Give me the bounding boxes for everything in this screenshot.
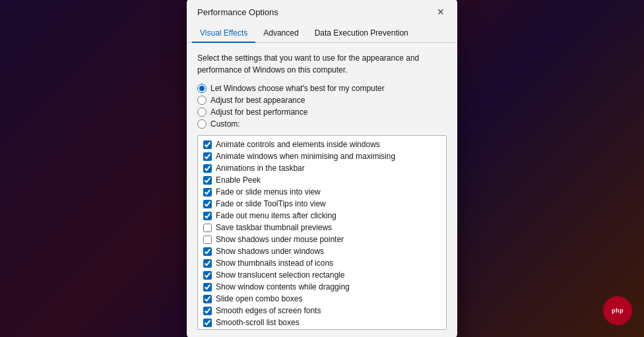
radio-item-windows-choose: Let Windows choose what's best for my co…: [197, 84, 447, 93]
checkbox-list[interactable]: Animate controls and elements inside win…: [197, 135, 447, 330]
radio-best-appearance[interactable]: [197, 96, 207, 105]
checkbox-item-enable-peek: Enable Peek: [198, 174, 446, 186]
radio-label-best-performance[interactable]: Adjust for best performance: [210, 107, 307, 117]
checkbox-item-save-taskbar: Save taskbar thumbnail previews: [198, 222, 446, 233]
checkbox-item-animations-taskbar: Animations in the taskbar: [198, 162, 446, 174]
checkbox-item-animate-controls: Animate controls and elements inside win…: [198, 138, 446, 150]
checkbox-slide-combo[interactable]: [203, 295, 212, 303]
checkbox-label-slide-combo[interactable]: Slide open combo boxes: [216, 294, 302, 303]
checkbox-item-smooth-scroll: Smooth-scroll list boxes: [198, 317, 446, 328]
radio-best-performance[interactable]: [197, 107, 207, 117]
checkbox-animations-taskbar[interactable]: [203, 164, 212, 173]
checkbox-save-taskbar[interactable]: [203, 224, 212, 232]
checkbox-label-fade-menu-items[interactable]: Fade out menu items after clicking: [216, 211, 337, 220]
title-bar: Performance Options ✕: [187, 0, 457, 24]
radio-item-custom: Custom:: [197, 119, 447, 129]
checkbox-item-smooth-edges: Smooth edges of screen fonts: [198, 305, 446, 317]
checkbox-label-animate-windows[interactable]: Animate windows when minimising and maxi…: [216, 152, 395, 161]
checkbox-label-translucent-selection[interactable]: Show translucent selection rectangle: [216, 270, 344, 280]
radio-custom[interactable]: [197, 119, 207, 129]
tab-content-visual-effects: Select the settings that you want to use…: [187, 43, 457, 337]
radio-item-best-performance: Adjust for best performance: [197, 107, 447, 117]
checkbox-window-contents-drag[interactable]: [203, 283, 212, 291]
checkbox-label-animations-taskbar[interactable]: Animations in the taskbar: [216, 164, 305, 173]
description-text: Select the settings that you want to use…: [197, 52, 447, 76]
checkbox-animate-windows[interactable]: [203, 152, 212, 161]
checkbox-item-fade-menu-items: Fade out menu items after clicking: [198, 210, 446, 222]
checkbox-item-slide-combo: Slide open combo boxes: [198, 293, 446, 305]
checkbox-label-save-taskbar[interactable]: Save taskbar thumbnail previews: [216, 223, 332, 232]
checkbox-item-animate-windows: Animate windows when minimising and maxi…: [198, 150, 446, 162]
checkbox-item-window-contents-drag: Show window contents while dragging: [198, 281, 446, 293]
tab-bar: Visual Effects Advanced Data Execution P…: [187, 24, 457, 43]
checkbox-label-fade-tooltips[interactable]: Fade or slide ToolTips into view: [216, 199, 326, 208]
radio-label-windows-choose[interactable]: Let Windows choose what's best for my co…: [210, 84, 385, 93]
tab-data-execution-prevention[interactable]: Data Execution Prevention: [307, 24, 416, 43]
tab-advanced[interactable]: Advanced: [255, 24, 306, 43]
radio-group-appearance: Let Windows choose what's best for my co…: [197, 84, 447, 129]
checkbox-thumbnails-icons[interactable]: [203, 259, 212, 268]
checkbox-fade-menu-items[interactable]: [203, 212, 212, 220]
checkbox-label-smooth-edges[interactable]: Smooth edges of screen fonts: [216, 306, 321, 315]
checkbox-label-shadows-mouse[interactable]: Show shadows under mouse pointer: [216, 235, 344, 244]
checkbox-label-enable-peek[interactable]: Enable Peek: [216, 175, 261, 185]
radio-label-custom[interactable]: Custom:: [210, 119, 240, 129]
checkbox-item-fade-tooltips: Fade or slide ToolTips into view: [198, 198, 446, 210]
checkbox-label-thumbnails-icons[interactable]: Show thumbnails instead of icons: [216, 259, 333, 268]
radio-windows-choose[interactable]: [197, 84, 207, 93]
checkbox-label-smooth-scroll[interactable]: Smooth-scroll list boxes: [216, 318, 300, 327]
php-badge: php: [603, 296, 632, 325]
performance-options-dialog: Performance Options ✕ Visual Effects Adv…: [187, 0, 457, 337]
checkbox-fade-menus[interactable]: [203, 188, 212, 197]
checkbox-enable-peek[interactable]: [203, 176, 212, 185]
checkbox-label-window-contents-drag[interactable]: Show window contents while dragging: [216, 282, 350, 291]
checkbox-item-shadows-mouse: Show shadows under mouse pointer: [198, 233, 446, 245]
radio-label-best-appearance[interactable]: Adjust for best appearance: [210, 96, 305, 105]
checkbox-item-thumbnails-icons: Show thumbnails instead of icons: [198, 257, 446, 269]
checkbox-item-translucent-selection: Show translucent selection rectangle: [198, 269, 446, 281]
checkbox-item-fade-menus: Fade or slide menus into view: [198, 186, 446, 198]
checkbox-fade-tooltips[interactable]: [203, 200, 212, 208]
checkbox-label-fade-menus[interactable]: Fade or slide menus into view: [216, 187, 321, 197]
checkbox-item-shadows-windows: Show shadows under windows: [198, 245, 446, 257]
checkbox-smooth-scroll[interactable]: [203, 319, 212, 327]
checkbox-label-animate-controls[interactable]: Animate controls and elements inside win…: [216, 140, 380, 149]
close-button[interactable]: ✕: [434, 5, 448, 19]
dialog-title: Performance Options: [197, 7, 278, 17]
radio-item-best-appearance: Adjust for best appearance: [197, 96, 447, 105]
checkbox-smooth-edges[interactable]: [203, 307, 212, 315]
checkbox-shadows-windows[interactable]: [203, 247, 212, 256]
checkbox-label-shadows-windows[interactable]: Show shadows under windows: [216, 247, 324, 256]
checkbox-translucent-selection[interactable]: [203, 271, 212, 280]
checkbox-shadows-mouse[interactable]: [203, 235, 212, 244]
tab-visual-effects[interactable]: Visual Effects: [192, 24, 255, 43]
checkbox-animate-controls[interactable]: [203, 140, 212, 149]
